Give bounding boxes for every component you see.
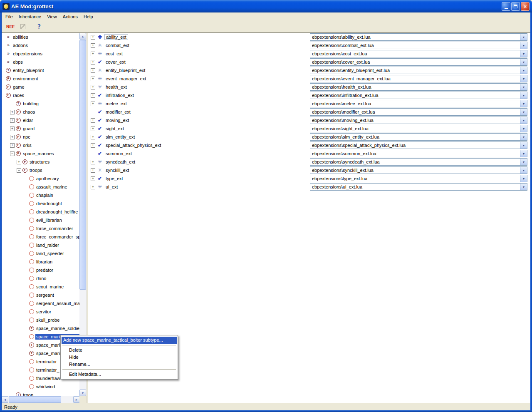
chevron-down-icon[interactable]: ▼: [520, 100, 527, 107]
expand-toggle-icon[interactable]: +: [91, 118, 95, 123]
tree-item-space-marine-soldier[interactable]: Tspace_marine_soldier: [2, 324, 79, 333]
tree-item-servitor[interactable]: servitor: [2, 308, 79, 316]
tree-item-npc[interactable]: +Fnpc: [2, 133, 79, 141]
expand-toggle-icon[interactable]: +: [91, 77, 95, 81]
tree-item-structures[interactable]: +Fstructures: [2, 158, 79, 166]
tree-item-land-speeder[interactable]: land_speeder: [2, 249, 79, 258]
tree-item-addons[interactable]: »addons: [2, 41, 79, 50]
tree-item-librarian[interactable]: librarian: [2, 258, 79, 266]
tree-item-rhino[interactable]: rhino: [2, 274, 79, 283]
tree-item-evil-librarian[interactable]: evil_librarian: [2, 216, 79, 224]
expand-toggle-icon[interactable]: +: [10, 118, 15, 123]
extension-name[interactable]: cover_ext: [104, 60, 127, 65]
chevron-down-icon[interactable]: ▼: [520, 34, 527, 40]
extension-name[interactable]: event_manager_ext: [104, 76, 147, 81]
expand-toggle-icon[interactable]: −: [17, 168, 21, 173]
tree-item-ebps[interactable]: »ebps: [2, 58, 79, 66]
tree-item-assault-marine[interactable]: assault_marine: [2, 183, 79, 191]
extension-name[interactable]: synckill_ext: [104, 168, 130, 173]
tree-horizontal-scrollbar[interactable]: ◄ ►: [2, 396, 80, 403]
tree-item-chaplain[interactable]: chaplain: [2, 191, 79, 199]
help-button[interactable]: ?: [35, 22, 44, 31]
title-bar[interactable]: AE Mod:grottest ×: [0, 0, 532, 12]
expand-toggle-icon[interactable]: +: [17, 160, 21, 164]
tree-item-whirlwind[interactable]: whirlwind: [2, 382, 79, 391]
close-button[interactable]: ×: [521, 2, 530, 11]
extension-name[interactable]: ability_ext: [104, 34, 128, 40]
extension-name[interactable]: summon_ext: [104, 151, 133, 156]
extension-name[interactable]: sim_entity_ext: [104, 134, 136, 139]
extension-file-combo[interactable]: ebpextensions\cost_ext.lua▼: [310, 50, 527, 57]
extension-name[interactable]: cost_ext: [104, 51, 124, 56]
expand-toggle-icon[interactable]: +: [91, 168, 95, 173]
expand-toggle-icon[interactable]: +: [91, 93, 95, 98]
chevron-down-icon[interactable]: ▼: [520, 117, 527, 124]
chevron-down-icon[interactable]: ▼: [520, 109, 527, 115]
chevron-down-icon[interactable]: ▼: [520, 84, 527, 90]
expand-toggle-icon[interactable]: +: [10, 135, 15, 139]
chevron-down-icon[interactable]: ▼: [520, 167, 527, 174]
extension-file-combo[interactable]: ebpextensions\melee_ext.lua▼: [310, 100, 527, 107]
tree-item-dreadnought-hellfire[interactable]: dreadnought_hellfire: [2, 208, 79, 216]
expand-toggle-icon[interactable]: +: [91, 176, 95, 181]
extension-name[interactable]: special_attack_physics_ext: [104, 143, 162, 148]
expand-toggle-icon[interactable]: +: [91, 135, 95, 139]
tree-item-guard[interactable]: +Fguard: [2, 124, 79, 133]
context-menu-item-hide[interactable]: Hide: [62, 354, 177, 361]
chevron-down-icon[interactable]: ▼: [520, 175, 527, 182]
tree-item-predator[interactable]: predator: [2, 266, 79, 274]
extension-name[interactable]: infiltration_ext: [104, 93, 135, 98]
expand-toggle-icon[interactable]: +: [91, 160, 95, 164]
expand-toggle-icon[interactable]: +: [10, 143, 15, 148]
tree-item-land-raider[interactable]: land_raider: [2, 241, 79, 249]
expand-toggle-icon[interactable]: −: [10, 151, 15, 156]
scroll-left-icon[interactable]: ◄: [2, 396, 8, 403]
tree-item-environment[interactable]: Fenvironment: [2, 74, 79, 83]
extension-name[interactable]: type_ext: [104, 176, 124, 181]
chevron-down-icon[interactable]: ▼: [520, 125, 527, 132]
tree-item-orks[interactable]: +Forks: [2, 141, 79, 149]
tree-item-races[interactable]: Fraces: [2, 91, 79, 99]
minimize-button[interactable]: [502, 2, 510, 11]
chevron-down-icon[interactable]: ▼: [520, 150, 527, 157]
menu-inheritance[interactable]: Inheritance: [16, 12, 44, 21]
expand-toggle-icon[interactable]: +: [91, 143, 95, 148]
context-menu-item-add-new-space-marine-tactical-bolter-sub[interactable]: Add new space_marine_tactical_bolter sub…: [62, 337, 177, 344]
extension-file-combo[interactable]: ebpextensions\moving_ext.lua▼: [310, 117, 527, 124]
expand-toggle-icon[interactable]: +: [91, 68, 95, 73]
maximize-button[interactable]: [511, 2, 520, 11]
extension-file-combo[interactable]: ebpextensions\ability_ext.lua▼: [310, 33, 527, 41]
context-menu-item-edit-metadata[interactable]: Edit Metadata...: [62, 371, 177, 378]
extension-name[interactable]: health_ext: [104, 84, 128, 89]
extension-name[interactable]: sight_ext: [104, 126, 125, 131]
chevron-down-icon[interactable]: ▼: [520, 50, 527, 57]
chevron-down-icon[interactable]: ▼: [520, 67, 527, 74]
extension-file-combo[interactable]: ebpextensions\health_ext.lua▼: [310, 83, 527, 91]
extension-file-combo[interactable]: ebpextensions\sim_entity_ext.lua▼: [310, 133, 527, 141]
menu-help[interactable]: Help: [81, 12, 96, 21]
tree-item-entity-blueprint[interactable]: Tentity_blueprint: [2, 66, 79, 74]
expand-toggle-icon[interactable]: +: [91, 85, 95, 89]
expand-toggle-icon[interactable]: +: [91, 60, 95, 65]
chevron-down-icon[interactable]: ▼: [520, 42, 527, 49]
expand-toggle-icon[interactable]: +: [91, 185, 95, 189]
tree-item-troops[interactable]: −Ftroops: [2, 166, 79, 174]
extension-file-combo[interactable]: ebpextensions\summon_ext.lua▼: [310, 150, 527, 157]
extension-name[interactable]: ui_ext: [104, 184, 119, 189]
tree-item-scout-marine[interactable]: scout_marine: [2, 283, 79, 291]
extension-file-combo[interactable]: ebpextensions\synckill_ext.lua▼: [310, 166, 527, 174]
extension-name[interactable]: syncdeath_ext: [104, 159, 136, 164]
chevron-down-icon[interactable]: ▼: [520, 142, 527, 149]
context-menu-item-delete[interactable]: Delete: [62, 347, 177, 354]
tree-item-building[interactable]: Tbuilding: [2, 99, 79, 108]
tree-item-game[interactable]: Fgame: [2, 83, 79, 91]
extension-file-combo[interactable]: ebpextensions\special_attack_physics_ext…: [310, 141, 527, 149]
scroll-down-icon[interactable]: ▼: [79, 390, 86, 396]
menu-view[interactable]: View: [44, 12, 60, 21]
expand-toggle-icon[interactable]: +: [10, 110, 15, 114]
tree-item-dreadnought[interactable]: dreadnought: [2, 199, 79, 208]
extension-file-combo[interactable]: ebpextensions\type_ext.lua▼: [310, 175, 527, 182]
chevron-down-icon[interactable]: ▼: [520, 159, 527, 165]
menu-actions[interactable]: Actions: [60, 12, 81, 21]
chevron-down-icon[interactable]: ▼: [520, 184, 527, 190]
